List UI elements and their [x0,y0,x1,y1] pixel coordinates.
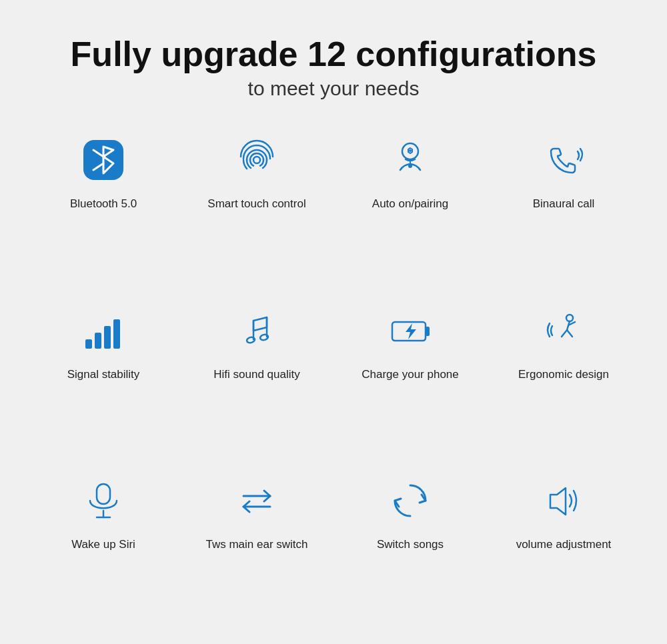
switch-icon [384,474,437,527]
svg-rect-8 [95,333,101,349]
page-title: Fully upgrade 12 configurations [71,33,597,75]
feature-call: Binaural call [487,133,640,283]
tws-icon [230,474,283,527]
feature-ergonomic: Ergonomic design [487,304,640,454]
features-grid: Bluetooth 5.0 Smart touch control [27,133,640,624]
feature-pairing: Auto on/pairing [334,133,487,283]
touch-icon [230,133,283,187]
svg-rect-18 [97,484,110,504]
feature-switch: Switch songs [334,474,487,624]
svg-rect-9 [104,326,111,349]
feature-touch: Smart touch control [180,133,334,283]
bluetooth-label: Bluetooth 5.0 [70,197,137,211]
svg-point-17 [566,315,573,321]
tws-label: Tws main ear switch [205,538,307,551]
hifi-icon [230,304,283,357]
ergonomic-icon [537,304,590,357]
feature-bluetooth: Bluetooth 5.0 [27,133,180,283]
signal-icon [77,304,130,357]
svg-rect-16 [426,327,430,336]
feature-siri: Wake up Siri [27,474,180,624]
svg-rect-10 [113,319,120,349]
pairing-label: Auto on/pairing [372,197,448,211]
siri-icon [77,474,130,527]
volume-label: volume adjustment [516,538,612,551]
feature-tws: Tws main ear switch [180,474,334,624]
svg-point-4 [409,149,412,152]
feature-hifi: Hifi sound quality [180,304,334,454]
svg-point-1 [253,157,260,163]
svg-rect-7 [85,339,92,349]
svg-marker-23 [550,488,566,515]
feature-volume: volume adjustment [487,474,640,624]
charge-label: Charge your phone [362,368,459,381]
page-subtitle: to meet your needs [71,77,597,100]
feature-signal: Signal stability [27,304,180,454]
page-header: Fully upgrade 12 configurations to meet … [71,33,597,100]
svg-point-13 [246,336,255,343]
hifi-label: Hifi sound quality [213,368,299,381]
signal-label: Signal stability [67,368,140,381]
charge-icon [384,304,437,357]
call-icon [537,133,590,187]
feature-charge: Charge your phone [334,304,487,454]
pairing-icon [384,133,437,187]
bluetooth-icon [77,133,130,187]
svg-point-14 [259,333,269,341]
touch-label: Smart touch control [207,197,305,211]
siri-label: Wake up Siri [71,538,135,551]
ergonomic-label: Ergonomic design [518,368,609,381]
call-label: Binaural call [533,197,595,211]
switch-label: Switch songs [377,538,444,551]
volume-icon [537,474,590,527]
